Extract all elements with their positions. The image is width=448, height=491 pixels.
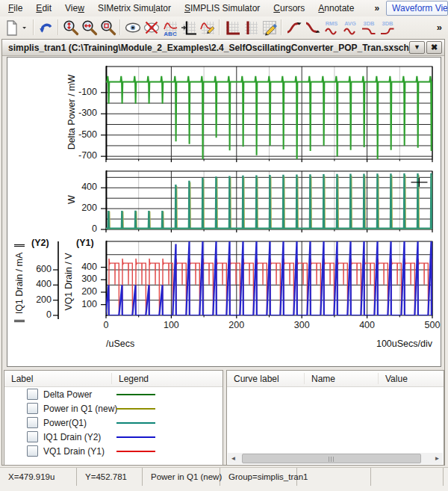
curve-color-line bbox=[116, 394, 155, 395]
curve-color-line bbox=[116, 422, 155, 424]
db-high-icon[interactable]: 3DB bbox=[378, 18, 396, 37]
menu-bar: FileEditViewSIMetrix SimulatorSIMPLIS Si… bbox=[0, 0, 448, 16]
plot3-y1-axis-label[interactable]: VQ1 Drain / V bbox=[63, 244, 74, 319]
graph-title-bar[interactable]: simplis_tran1 (C:\Training\Module_2_Exam… bbox=[2, 40, 444, 56]
status-field-3: Group=simplis_tran1 bbox=[220, 468, 297, 486]
rms-icon[interactable]: RMS bbox=[322, 18, 340, 37]
status-field-1: Y=452.781 bbox=[77, 468, 143, 486]
close-icon: ✖ bbox=[431, 43, 438, 52]
menu-item-view[interactable]: View bbox=[58, 1, 91, 16]
values-column-name[interactable]: Name bbox=[305, 373, 379, 384]
plot1-y-axis-label[interactable]: Delta Power / mW bbox=[66, 58, 77, 167]
plot3-y1-tick: 400 bbox=[55, 262, 97, 272]
x-axis-tick: 400 bbox=[352, 320, 382, 330]
dropdown-icon: ▼ bbox=[414, 44, 420, 51]
curve-visibility-checkbox[interactable] bbox=[27, 445, 38, 457]
legend-panel: Label Legend Delta PowerPower in Q1 (new… bbox=[4, 370, 223, 466]
application-window: FileEditViewSIMetrix SimulatorSIMPLIS Si… bbox=[0, 0, 448, 491]
plot2-y-axis-label[interactable]: W bbox=[66, 192, 77, 207]
show-curve-icon[interactable] bbox=[123, 18, 142, 37]
status-bar: X=479.919uY=452.781Power in Q1 (new)Grou… bbox=[0, 467, 448, 491]
curve-label[interactable]: Power in Q1 (new) bbox=[43, 404, 117, 414]
x-axis-tick: 100 bbox=[156, 320, 186, 330]
x-axis-per-div-label: 100uSecs/div bbox=[328, 339, 432, 349]
undo-icon[interactable] bbox=[37, 18, 55, 37]
scrollbar-grip-icon bbox=[329, 457, 335, 462]
legend-panel-header: Label Legend bbox=[4, 371, 223, 387]
menu-item-cursors[interactable]: Cursors bbox=[267, 1, 311, 16]
legend-row: Delta Power bbox=[4, 387, 223, 401]
menu-item-edit[interactable]: Edit bbox=[29, 1, 58, 16]
horizontal-scrollbar[interactable]: ◄ ► bbox=[228, 453, 443, 464]
curve-rise-icon[interactable] bbox=[284, 18, 303, 37]
x-axis-tick: 500 bbox=[417, 320, 447, 330]
toolbar: ABCRMSAVG3DB3DB» bbox=[0, 16, 448, 38]
edit-grid-icon[interactable] bbox=[260, 18, 279, 37]
view-selector-combobox[interactable]: Waveform Viewer▼ bbox=[386, 1, 448, 16]
scroll-right-arrow-icon[interactable]: ► bbox=[432, 453, 443, 464]
status-field-4 bbox=[297, 468, 371, 486]
plot3-y2-axis-label[interactable]: IQ1 Drain / mA bbox=[14, 244, 25, 322]
curve-label[interactable]: IQ1 Drain (Y2) bbox=[43, 432, 101, 442]
curve-visibility-checkbox[interactable] bbox=[27, 403, 38, 414]
svg-text:ABC: ABC bbox=[164, 30, 177, 37]
menu-item-simetrix-simulator[interactable]: SIMetrix Simulator bbox=[91, 1, 178, 16]
add-text-icon[interactable]: ABC bbox=[161, 18, 179, 37]
x-axis-tick: 300 bbox=[287, 320, 317, 330]
curve-visibility-checkbox[interactable] bbox=[27, 431, 38, 442]
menu-item-simplis-simulator[interactable]: SIMPLIS Simulator bbox=[178, 1, 267, 16]
plot3-y1-axis-tag: (Y1) bbox=[76, 238, 94, 248]
zoom-area-icon[interactable] bbox=[99, 18, 117, 37]
curve-visibility-checkbox[interactable] bbox=[27, 417, 38, 428]
add-curve-icon[interactable] bbox=[198, 18, 217, 37]
toolbar-separator bbox=[281, 19, 282, 35]
curve-label[interactable]: VQ1 Drain (Y1) bbox=[43, 446, 105, 457]
scroll-left-arrow-icon[interactable]: ◄ bbox=[228, 453, 239, 464]
status-field-2: Power in Q1 (new) bbox=[143, 468, 220, 486]
curve-label[interactable]: Power(Q1) bbox=[43, 418, 87, 428]
svg-text:AVG: AVG bbox=[344, 19, 356, 26]
add-axis-icon[interactable] bbox=[179, 18, 198, 37]
menu-item-annotate[interactable]: Annotate bbox=[311, 1, 361, 16]
menu-overflow-chevron-icon[interactable]: » bbox=[371, 3, 382, 13]
db-low-icon[interactable]: 3DB bbox=[359, 18, 378, 37]
curve-visibility-checkbox[interactable] bbox=[27, 389, 38, 400]
legend-column-legend[interactable]: Legend bbox=[112, 373, 223, 384]
legend-row: Power(Q1) bbox=[4, 416, 223, 430]
avg-icon[interactable]: AVG bbox=[340, 18, 359, 37]
curve-label[interactable]: Delta Power bbox=[43, 389, 92, 400]
legend-rows: Delta PowerPower in Q1 (new)Power(Q1)IQ1… bbox=[4, 387, 223, 458]
window-close-button[interactable]: ✖ bbox=[426, 41, 442, 54]
plot3-y1-tick: 100 bbox=[55, 299, 97, 309]
values-column-value[interactable]: Value bbox=[379, 373, 444, 384]
curve-fall-icon[interactable] bbox=[303, 18, 322, 37]
svg-text:3DB: 3DB bbox=[363, 19, 375, 26]
curve-color-line bbox=[116, 408, 155, 410]
values-panel-header: Curve label Name Value bbox=[227, 371, 444, 387]
new-document-icon[interactable] bbox=[2, 18, 21, 37]
zoom-fit-x-icon[interactable] bbox=[80, 18, 99, 37]
legend-column-label[interactable]: Label bbox=[4, 373, 112, 384]
legend-row: IQ1 Drain (Y2) bbox=[4, 430, 223, 444]
toolbar-overflow-chevron-icon[interactable]: » bbox=[437, 22, 442, 33]
plot3-y1-tick: 300 bbox=[55, 274, 97, 284]
hide-curve-icon[interactable] bbox=[142, 18, 161, 37]
new-dropdown-icon[interactable] bbox=[21, 18, 31, 37]
toolbar-separator bbox=[119, 19, 121, 35]
zoom-fit-y-icon[interactable] bbox=[61, 18, 80, 37]
x-axis-tick: 0 bbox=[91, 320, 121, 330]
toolbar-separator bbox=[219, 19, 220, 35]
status-field-5 bbox=[371, 468, 444, 486]
menu-item-file[interactable]: File bbox=[1, 1, 29, 16]
show-axes-icon[interactable] bbox=[223, 18, 241, 37]
plot-panel[interactable]: -100-300-500-700020040002004006001002003… bbox=[7, 57, 441, 367]
window-dropdown-button[interactable]: ▼ bbox=[409, 41, 425, 54]
values-column-curve-label[interactable]: Curve label bbox=[227, 373, 305, 384]
graph-title: simplis_tran1 (C:\Training\Module_2_Exam… bbox=[8, 43, 412, 53]
svg-text:3DB: 3DB bbox=[382, 19, 393, 26]
plot2-ytick: 400 bbox=[54, 182, 97, 192]
curve-values-panel: Curve label Name Value ◄ ► bbox=[226, 370, 444, 466]
x-axis-units-label[interactable]: /uSecs bbox=[106, 339, 134, 349]
show-cursor-icon[interactable] bbox=[241, 18, 260, 37]
scrollbar-thumb[interactable] bbox=[242, 454, 421, 463]
